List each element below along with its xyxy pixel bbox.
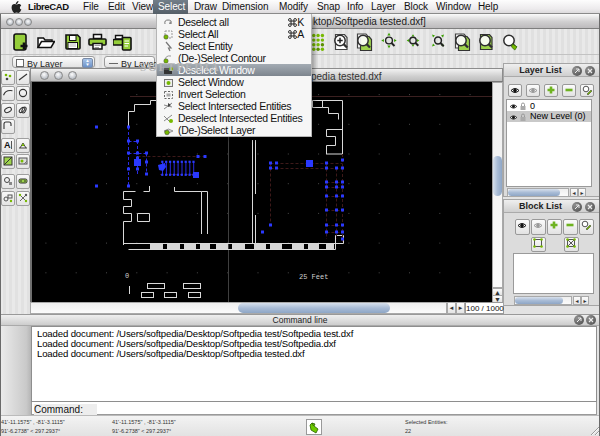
- svg-text:A: A: [4, 140, 11, 150]
- svg-text:0: 0: [125, 272, 129, 280]
- svg-text:25 Feet: 25 Feet: [299, 273, 328, 281]
